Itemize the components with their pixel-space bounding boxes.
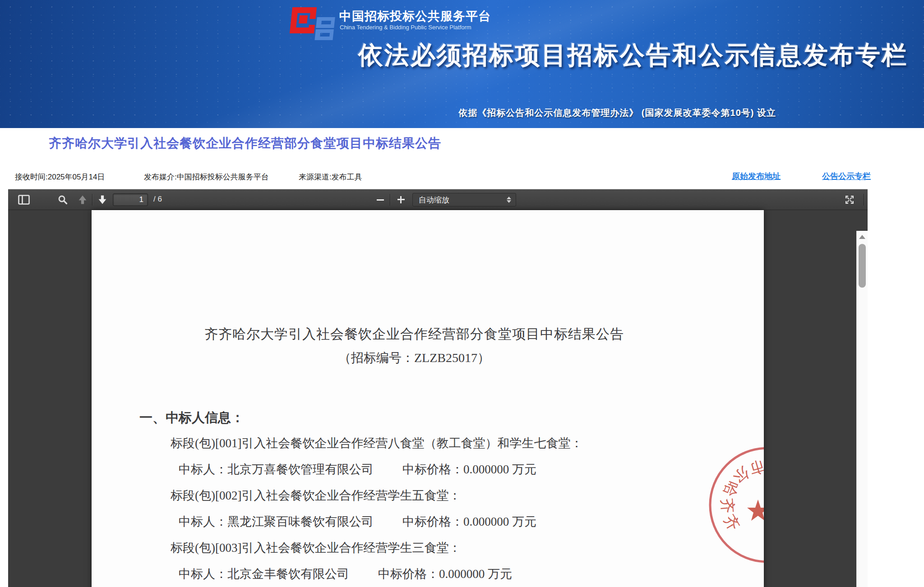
zoom-in-icon	[397, 196, 405, 203]
scrollbar-thumb[interactable]	[859, 244, 866, 288]
search-icon	[58, 195, 68, 205]
search-button[interactable]	[55, 193, 70, 207]
lot-line: 标段(包)[003]引入社会餐饮企业合作经营学生三食堂：	[171, 540, 461, 556]
document-code: （招标编号：ZLZB25017）	[92, 349, 737, 367]
svg-text:市尔哈齐齐: 市尔哈齐齐	[719, 457, 764, 537]
winner-line: 中标人：黑龙江聚百味餐饮有限公司中标价格：0.000000 万元	[179, 514, 536, 530]
notice-column-link[interactable]: 公告公示专栏	[822, 171, 871, 182]
source-channel: 来源渠道:发布工具	[299, 172, 362, 182]
platform-name-en: China Tendering & Bidding Public Service…	[340, 24, 471, 31]
zoom-in-button[interactable]	[393, 193, 409, 207]
pdf-viewport[interactable]: 齐齐哈尔大学引入社会餐饮企业合作经营部分食堂项目中标结果公告 （招标编号：ZLZ…	[8, 210, 868, 587]
winner-price: 中标价格：0.000000 万元	[402, 463, 536, 476]
chevron-updown-icon	[507, 197, 511, 203]
winner-name: 中标人：黑龙江聚百味餐饮有限公司	[179, 515, 374, 528]
pdf-page-1: 齐齐哈尔大学引入社会餐饮企业合作经营部分食堂项目中标结果公告 （招标编号：ZLZ…	[92, 210, 764, 587]
site-banner: 中国招标投标公共服务平台 China Tendering & Bidding P…	[0, 0, 924, 128]
red-seal-stamp: 市尔哈齐齐	[704, 428, 764, 582]
toolbar-separator	[92, 194, 92, 206]
winner-name: 中标人：北京万喜餐饮管理有限公司	[179, 463, 374, 476]
document-title: 齐齐哈尔大学引入社会餐饮企业合作经营部分食堂项目中标结果公告	[92, 325, 737, 344]
sidebar-toggle-icon	[18, 195, 30, 205]
pdf-toolbar: / 6 自动缩放	[8, 189, 868, 210]
lot-line: 标段(包)[002]引入社会餐饮企业合作经营学生五食堂：	[171, 487, 461, 504]
fullscreen-icon	[845, 195, 855, 205]
platform-logo-icon	[291, 7, 336, 35]
logo-red-shape	[290, 7, 317, 33]
next-page-button[interactable]	[95, 193, 110, 207]
document-section-heading: 一、中标人信息：	[139, 409, 244, 427]
sidebar-toggle-button[interactable]	[16, 193, 32, 207]
pdf-viewer: / 6 自动缩放	[8, 189, 868, 587]
zoom-mode-select[interactable]: 自动缩放	[412, 193, 516, 206]
previous-page-button[interactable]	[75, 193, 90, 207]
seal-text: 市尔哈齐齐	[719, 457, 764, 537]
page-up-icon	[77, 194, 88, 205]
zoom-out-icon	[377, 199, 384, 201]
toolbar-separator	[864, 194, 864, 206]
platform-name-cn: 中国招标投标公共服务平台	[339, 8, 491, 24]
page-number-input[interactable]	[113, 193, 148, 206]
page-total-label: / 6	[153, 195, 162, 204]
winner-name: 中标人：北京金丰餐饮有限公司	[179, 567, 349, 581]
scroll-up-icon[interactable]	[859, 235, 865, 239]
zoom-mode-label: 自动缩放	[419, 195, 449, 205]
zoom-out-button[interactable]	[373, 193, 388, 207]
banner-subtitle: 依据《招标公告和公示信息发布管理办法》 (国家发展改革委令第10号) 设立	[458, 107, 776, 119]
logo-blue-shape	[314, 17, 337, 41]
winner-line: 中标人：北京万喜餐饮管理有限公司中标价格：0.000000 万元	[179, 461, 536, 477]
receive-time: 接收时间:2025年05月14日	[15, 172, 105, 182]
banner-title: 依法必须招标项目招标公告和公示信息发布专栏	[358, 39, 908, 72]
winner-price: 中标价格：0.000000 万元	[378, 567, 512, 581]
page-down-icon	[97, 194, 108, 205]
original-publish-link[interactable]: 原始发布地址	[732, 171, 781, 182]
lot-line: 标段(包)[001]引入社会餐饮企业合作经营八食堂（教工食堂）和学生七食堂：	[171, 435, 582, 451]
presentation-mode-button[interactable]	[842, 193, 857, 207]
announcement-title: 齐齐哈尔大学引入社会餐饮企业合作经营部分食堂项目中标结果公告	[49, 135, 441, 152]
viewer-scrollbar[interactable]	[856, 231, 868, 587]
publish-media: 发布媒介:中国招标投标公共服务平台	[144, 172, 269, 182]
winner-price: 中标价格：0.000000 万元	[402, 515, 536, 528]
winner-line: 中标人：北京金丰餐饮有限公司中标价格：0.000000 万元	[179, 566, 512, 582]
page: 中国招标投标公共服务平台 China Tendering & Bidding P…	[0, 0, 924, 587]
toolbar-separator	[390, 194, 390, 206]
